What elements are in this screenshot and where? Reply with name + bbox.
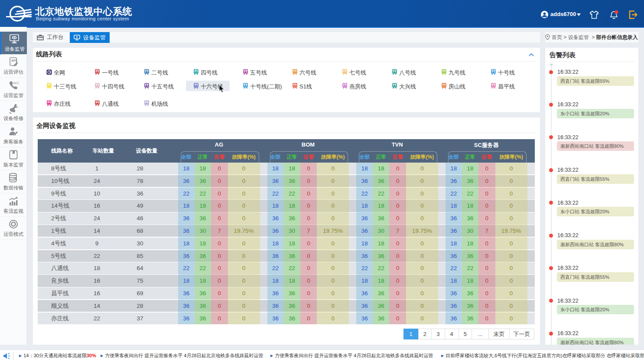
- svg-text:AFC: AFC: [11, 59, 17, 62]
- svg-text:ACC: ACC: [13, 82, 19, 85]
